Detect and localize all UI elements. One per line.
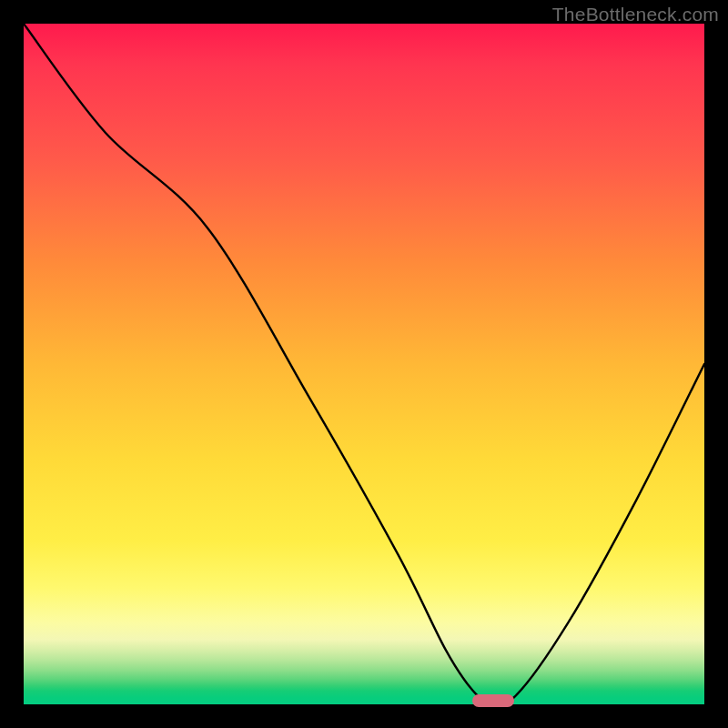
optimal-marker xyxy=(472,694,514,707)
chart-frame: TheBottleneck.com xyxy=(0,0,728,728)
watermark-text: TheBottleneck.com xyxy=(552,4,719,25)
plot-area xyxy=(24,24,704,704)
bottleneck-curve xyxy=(24,24,704,704)
